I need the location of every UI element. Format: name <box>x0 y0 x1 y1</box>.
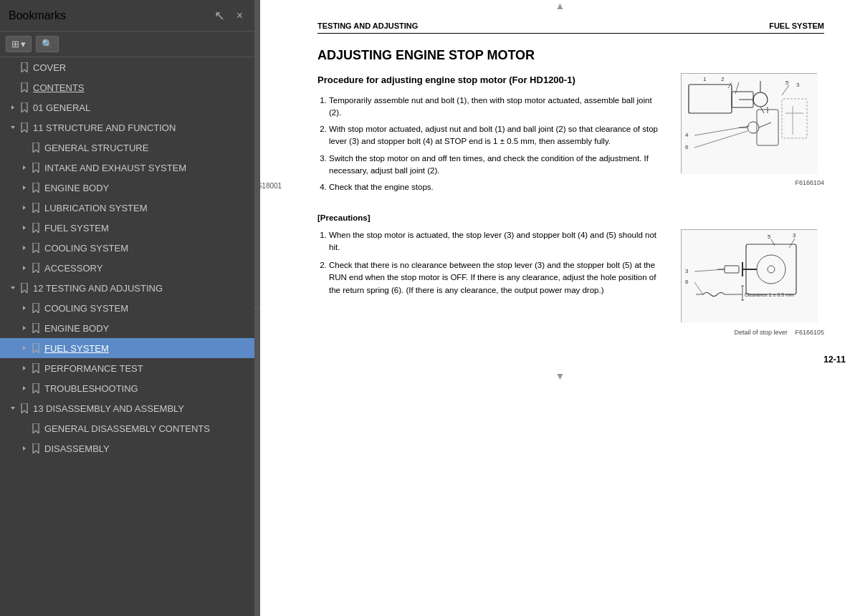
figure-1-caption: F6166104 <box>681 179 824 186</box>
bookmark-item-cooling_12[interactable]: COOLING SYSTEM <box>0 298 254 318</box>
search-button[interactable]: 🔍 <box>36 36 59 52</box>
svg-marker-13 <box>23 386 26 390</box>
bookmark-item-fuel_system_11[interactable]: FUEL SYSTEM <box>0 218 254 238</box>
svg-marker-4 <box>23 206 26 210</box>
header-right: FUEL SYSTEM <box>769 21 824 30</box>
figure-1: 5 3 1 2 4 6 <box>681 73 817 173</box>
bookmark-icon <box>19 283 30 293</box>
chevron-icon <box>7 104 19 111</box>
bookmark-icon <box>30 443 42 453</box>
procedure-text: Procedure for adjusting engine stop moto… <box>317 73 666 198</box>
bookmark-label: COOLING SYSTEM <box>44 303 249 314</box>
bookmark-icon <box>30 363 42 373</box>
svg-marker-2 <box>23 165 26 170</box>
header-icons: ↖ × <box>214 8 246 24</box>
procedure-title: Procedure for adjusting engine stop moto… <box>317 73 666 87</box>
bookmark-icon <box>19 102 30 112</box>
svg-marker-9 <box>23 306 26 310</box>
bookmark-item-cooling_11[interactable]: COOLING SYSTEM <box>0 238 254 258</box>
chevron-icon <box>19 365 30 372</box>
svg-text:3: 3 <box>685 268 689 274</box>
bookmark-icon <box>30 323 42 333</box>
layout-button[interactable]: ⊞ ▾ <box>6 36 32 52</box>
chevron-icon <box>19 264 30 271</box>
svg-marker-1 <box>11 126 15 129</box>
figure-2-detail: Detail of stop lever F6166105 <box>681 328 824 338</box>
bookmark-item-troubleshooting[interactable]: TROUBLESHOOTING <box>0 378 254 398</box>
bookmark-item-contents[interactable]: CONTENTS <box>0 77 254 97</box>
svg-text:5: 5 <box>785 80 789 86</box>
precautions-title: [Precautions] <box>317 212 824 224</box>
precautions-text: When the stop motor is actuated, the sto… <box>317 229 666 338</box>
search-icon: 🔍 <box>42 39 53 49</box>
bookmark-label: COVER <box>33 62 249 73</box>
sidebar-toolbar: ⊞ ▾ 🔍 <box>0 32 254 57</box>
svg-marker-3 <box>23 186 26 190</box>
bookmark-icon <box>30 163 42 173</box>
bookmark-label: TROUBLESHOOTING <box>44 383 249 394</box>
sidebar-title: Bookmarks <box>9 9 66 22</box>
pdf-page[interactable]: ▲ 618001 TESTING AND ADJUSTING FUEL SYST… <box>260 0 860 616</box>
bookmark-item-engine_body[interactable]: ENGINE BODY <box>0 178 254 198</box>
bookmark-item-01general[interactable]: 01 GENERAL <box>0 97 254 117</box>
bookmark-label: COOLING SYSTEM <box>44 243 249 254</box>
bookmark-item-engine_body_12[interactable]: ENGINE BODY <box>0 318 254 338</box>
bookmark-label: FUEL SYSTEM <box>44 343 249 354</box>
bookmark-item-lubrication[interactable]: LUBRICATION SYSTEM <box>0 198 254 218</box>
scroll-down-arrow[interactable]: ▼ <box>552 370 569 382</box>
figure-1-svg: 5 3 1 2 4 6 <box>682 74 818 174</box>
bookmark-item-intake[interactable]: INTAKE AND EXHAUST SYSTEM <box>0 158 254 178</box>
bookmark-item-accessory[interactable]: ACCESSORY <box>0 258 254 278</box>
chevron-icon <box>19 304 30 312</box>
chevron-icon <box>19 244 30 251</box>
step-2: With stop motor actuated, adjust nut and… <box>329 123 666 148</box>
bookmark-icon <box>30 223 42 233</box>
svg-marker-12 <box>23 366 26 370</box>
step-3: Switch the stop motor on and off ten tim… <box>329 153 666 178</box>
pdf-content: 618001 TESTING AND ADJUSTING FUEL SYSTEM… <box>260 0 860 370</box>
bookmark-label: 11 STRUCTURE AND FUNCTION <box>33 122 249 133</box>
procedure-section: Procedure for adjusting engine stop moto… <box>317 73 824 198</box>
bookmark-icon <box>30 183 42 193</box>
bookmark-item-performance[interactable]: PERFORMANCE TEST <box>0 358 254 378</box>
svg-rect-16 <box>682 74 818 174</box>
chevron-icon <box>7 284 19 292</box>
bookmark-label: ACCESSORY <box>44 263 249 274</box>
figure-2-col: 5 3 <box>681 229 824 338</box>
svg-text:3: 3 <box>796 82 800 88</box>
bookmark-item-general_structure[interactable]: GENERAL STRUCTURE <box>0 138 254 158</box>
precautions-two-col: When the stop motor is actuated, the sto… <box>317 229 824 338</box>
bookmark-item-13disassembly[interactable]: 13 DISASSEMBLY AND ASSEMBLY <box>0 398 254 418</box>
close-button[interactable]: × <box>234 8 246 24</box>
bookmark-item-cover[interactable]: COVER <box>0 57 254 77</box>
svg-marker-8 <box>11 287 15 289</box>
bookmark-item-11structure[interactable]: 11 STRUCTURE AND FUNCTION <box>0 117 254 138</box>
pdf-main-title: ADJUSTING ENGINE STOP MOTOR <box>317 48 824 63</box>
svg-marker-0 <box>11 105 14 110</box>
bookmark-label: CONTENTS <box>33 82 249 93</box>
svg-marker-7 <box>23 266 26 270</box>
svg-text:6: 6 <box>685 144 689 150</box>
bookmark-label: INTAKE AND EXHAUST SYSTEM <box>44 163 249 173</box>
step-1: Temporarily assemble nut and bolt (1), t… <box>329 95 666 120</box>
bookmark-item-general_disassembly[interactable]: GENERAL DISASSEMBLY CONTENTS <box>0 418 254 438</box>
resize-handle[interactable]: ⋮ <box>254 0 260 616</box>
chevron-icon <box>19 204 30 211</box>
bookmark-label: 12 TESTING AND ADJUSTING <box>33 283 249 294</box>
bookmark-label: PERFORMANCE TEST <box>44 363 249 374</box>
svg-marker-15 <box>23 446 26 451</box>
bookmark-icon <box>30 203 42 213</box>
svg-marker-6 <box>23 246 26 250</box>
chevron-icon <box>7 405 19 412</box>
bookmark-icon <box>30 243 42 253</box>
cursor-icon: ↖ <box>214 8 225 24</box>
bookmark-item-disassembly[interactable]: DISASSEMBLY <box>0 438 254 458</box>
bookmark-item-fuel_system_12[interactable]: FUEL SYSTEM <box>0 338 254 358</box>
header-left: TESTING AND ADJUSTING <box>317 21 418 30</box>
bookmark-icon <box>19 122 30 133</box>
svg-marker-11 <box>23 346 26 350</box>
bookmark-icon <box>30 343 42 353</box>
sidebar: Bookmarks ↖ × ⊞ ▾ 🔍 COVERCONTENTS01 GENE… <box>0 0 254 616</box>
svg-marker-14 <box>11 407 15 410</box>
bookmark-item-12testing[interactable]: 12 TESTING AND ADJUSTING <box>0 278 254 298</box>
